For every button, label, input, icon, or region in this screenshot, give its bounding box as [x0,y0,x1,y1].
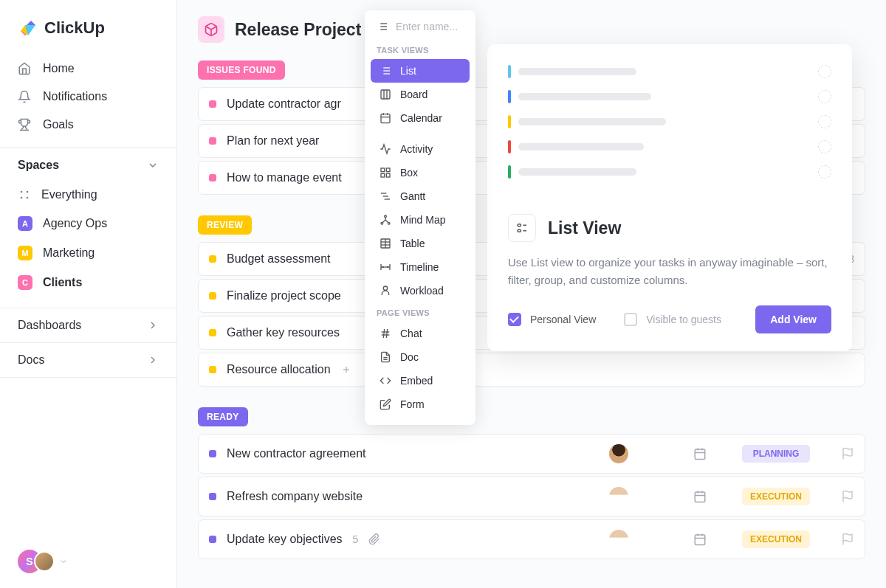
gantt-icon [380,190,391,202]
view-option-form[interactable]: Form [371,392,470,416]
task-status-dot [209,366,216,373]
view-option-list[interactable]: List [371,59,470,83]
task-status-badge[interactable]: EXECUTION [742,530,810,548]
avatar-stack: S [18,550,55,573]
svg-point-60 [383,286,387,290]
view-option-doc[interactable]: Doc [371,345,470,369]
section-tag-issues[interactable]: ISSUES FOUND [198,60,285,80]
view-option-box[interactable]: Box [371,161,470,184]
calendar-icon[interactable] [693,490,707,503]
form-icon [380,398,391,410]
activity-icon [380,143,391,155]
grid-dots-icon [18,188,31,201]
svg-rect-34 [381,90,390,99]
task-row[interactable]: New contractor agreement PLANNING [198,434,865,474]
logo[interactable]: ClickUp [0,0,176,52]
mindmap-icon [380,214,391,226]
assignee-avatar[interactable] [609,487,628,506]
view-option-chat[interactable]: Chat [371,322,470,345]
chevron-down-icon [147,159,159,171]
calendar-icon [380,112,391,124]
flag-icon[interactable] [841,533,854,546]
task-row[interactable]: Update key objectives 5 EXECUTION [198,519,865,559]
option-label: Activity [400,143,433,155]
list-icon [380,65,391,77]
view-option-mindmap[interactable]: Mind Map [371,208,470,232]
task-status-dot [209,536,216,543]
task-status-dot [209,137,216,145]
space-agency-ops[interactable]: A Agency Ops [0,209,176,238]
svg-point-49 [381,222,383,224]
view-option-workload[interactable]: Workload [371,279,470,302]
svg-rect-12 [695,492,705,502]
docs-label: Docs [18,353,44,367]
space-badge: M [18,246,32,260]
calendar-icon[interactable] [693,447,707,460]
task-row[interactable]: Resource allocation [198,353,865,387]
option-label: Calendar [400,112,442,124]
chevron-right-icon [147,354,159,366]
list-icon [377,21,388,32]
option-label: Workload [400,285,444,297]
nav-notifications[interactable]: Notifications [12,83,165,111]
task-status-badge[interactable]: EXECUTION [742,488,810,505]
view-option-table[interactable]: Table [371,232,470,255]
add-view-button[interactable]: Add View [755,305,831,333]
section-tag-review[interactable]: REVIEW [198,215,252,235]
table-icon [380,238,391,249]
plus-icon[interactable] [341,364,351,375]
svg-rect-41 [381,168,385,172]
space-marketing[interactable]: M Marketing [0,238,176,268]
subtask-count: 5 [353,533,359,545]
svg-point-50 [388,222,390,224]
main-nav: Home Notifications Goals [0,52,176,148]
option-label: Board [400,89,427,100]
view-option-timeline[interactable]: Timeline [371,255,470,279]
view-option-calendar[interactable]: Calendar [371,106,470,130]
flag-icon[interactable] [841,447,854,460]
flag-icon[interactable] [841,490,854,503]
svg-line-63 [383,329,384,338]
board-icon [380,89,391,100]
chevron-right-icon [147,319,159,331]
attachment-icon[interactable] [368,533,599,545]
grid-icon [380,167,391,179]
view-info-panel: List View Use List view to organize your… [487,44,852,351]
task-status-dot [209,255,216,263]
svg-rect-17 [695,535,705,545]
calendar-icon[interactable] [693,533,707,546]
visible-guests-checkbox[interactable] [624,313,637,326]
bell-icon [18,90,31,103]
section-tag-ready[interactable]: READY [198,407,248,426]
page-views-heading: PAGE VIEWS [371,302,470,322]
docs-row[interactable]: Docs [0,342,176,377]
personal-view-checkbox[interactable] [508,313,521,326]
task-views-heading: TASK VIEWS [371,40,470,59]
task-status-badge[interactable]: PLANNING [742,445,810,463]
task-status-dot [209,450,216,457]
view-option-gantt[interactable]: Gantt [371,184,470,208]
task-row[interactable]: Refresh company website EXECUTION [198,477,865,516]
svg-rect-68 [518,229,521,232]
view-option-board[interactable]: Board [371,83,470,106]
space-clients[interactable]: C Clients [0,268,176,297]
assignee-avatar[interactable] [609,444,628,463]
svg-point-57 [388,266,388,267]
assignee-avatar[interactable] [609,530,628,549]
nav-notifications-label: Notifications [43,90,107,103]
svg-point-48 [385,215,387,218]
space-everything-label: Everything [41,188,97,201]
nav-home[interactable]: Home [12,55,165,83]
view-option-activity[interactable]: Activity [371,137,470,161]
doc-icon [380,351,391,363]
task-status-dot [209,292,216,300]
space-everything[interactable]: Everything [0,181,176,209]
visible-guests-label: Visible to guests [646,314,721,325]
chevron-down-icon [59,557,68,566]
nav-goals[interactable]: Goals [12,111,165,139]
dashboards-row[interactable]: Dashboards [0,308,176,342]
sidebar-footer[interactable]: S [0,535,176,588]
spaces-header[interactable]: Spaces [0,148,176,181]
view-option-embed[interactable]: Embed [371,369,470,392]
view-name-input[interactable] [396,21,464,32]
